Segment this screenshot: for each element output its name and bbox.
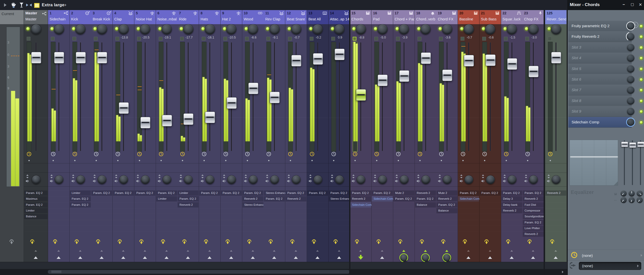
send-to-master-switch-icon[interactable] [139,239,144,246]
pan-knob[interactable] [118,24,129,35]
eq-slider-handle[interactable] [621,142,628,147]
peak-clip-indicator[interactable] [374,37,378,41]
route-up-icon[interactable] [488,256,492,259]
track-enable-led[interactable] [438,27,442,31]
effect-slot-cell[interactable]: Param. EQ 2 [243,190,263,196]
speaker-icon[interactable] [114,179,118,184]
effect-slot-cell[interactable]: Compressor [523,208,544,213]
mixer-track-14-header[interactable]: 14Attac..ap 14 [329,10,350,24]
effect-slot-cell[interactable]: Param. EQ 2 [264,196,285,201]
effect-slot-cell[interactable]: Sidechain Comp [458,196,479,201]
effect-slot-cell[interactable]: Reeverb 2 [286,196,306,201]
effect-slot-cell[interactable]: Param. EQ 2 [70,196,91,201]
plugin-delay-clock-icon[interactable] [525,151,531,157]
speaker-icon[interactable] [547,179,551,184]
route-up-small-icon[interactable] [467,250,470,252]
mixer-track-17-header[interactable]: 17Chord + Pad [393,10,415,24]
send-to-master-switch-icon[interactable] [268,239,273,246]
pan-knob[interactable] [485,24,495,35]
stereo-separation-knob[interactable] [486,175,495,184]
output-routing-icon[interactable] [570,262,577,270]
stereo-separation-knob[interactable] [32,175,41,184]
effect-slot-row-3[interactable]: Slot 3 [568,42,632,53]
eq-knob-2[interactable] [629,190,635,196]
effect-slot-cell[interactable]: Param. EQ 2 [113,190,134,196]
send-to-master-switch-icon[interactable] [96,239,101,246]
volume-fader-handle[interactable] [140,117,150,128]
effect-slot-cell[interactable]: Balance [24,214,48,219]
volume-fader-handle[interactable] [529,66,539,77]
peak-clip-indicator[interactable] [439,37,443,41]
effect-slot-cell[interactable]: Balance [436,208,457,213]
slot-mix-knob[interactable] [627,86,634,94]
stereo-separation-knob[interactable] [421,175,430,184]
pan-knob[interactable] [442,24,452,35]
plugin-delay-clock-icon[interactable] [439,151,444,157]
effect-slot-cell[interactable]: Sidechain Comp [372,196,393,201]
plugin-delay-clock-icon[interactable] [548,151,553,157]
route-up-icon[interactable] [510,256,514,259]
speaker-icon[interactable] [244,179,248,184]
volume-fader-handle[interactable] [248,83,258,94]
effect-slot-cell[interactable]: Param. EQ 2 [350,190,371,196]
route-up-small-icon[interactable] [338,250,340,252]
peak-clip-indicator[interactable] [223,37,227,41]
view-size-label[interactable]: Extra large [42,3,64,8]
send-to-master-switch-icon[interactable] [506,239,511,246]
speaker-icon[interactable] [287,179,291,184]
route-up-icon[interactable] [121,256,125,259]
effect-slot-row-2[interactable]: Fruity Reeverb 2 [568,31,632,42]
hand-tool-icon[interactable] [10,2,17,9]
effect-slot-cell[interactable]: Param. EQ 2 [286,190,306,196]
effect-slot-cell[interactable]: Stereo Enhancer [243,202,263,208]
stereo-separation-knob[interactable] [443,175,452,184]
effect-slot-cell[interactable]: Param. EQ 2 [135,190,155,196]
slot-mix-knob[interactable] [627,76,634,83]
route-up-icon[interactable] [380,256,384,259]
route-up-icon[interactable] [251,256,255,259]
pan-knob[interactable] [507,24,517,35]
effect-slot-cell[interactable]: Reeverb 2 [178,202,198,208]
track-enable-led[interactable] [201,27,205,31]
effect-slot-cell[interactable]: Param. EQ 2 [501,190,522,196]
effect-slot-cell[interactable]: Mute 2 [393,190,414,196]
mixer-track-1-header[interactable]: 1Sidechain [48,10,69,24]
route-up-small-icon[interactable] [381,250,383,252]
mixer-track-23-header[interactable]: 23Chop FX [522,10,544,24]
track-enable-led[interactable] [547,27,551,31]
volume-fader-handle[interactable] [421,52,431,64]
stereo-separation-knob[interactable] [335,175,344,184]
effect-slot-cell[interactable]: Delay 3 [501,196,522,201]
route-up-icon[interactable] [100,256,104,259]
stereo-separation-knob[interactable] [378,175,387,184]
plugin-delay-clock-icon[interactable] [374,151,380,157]
route-up-small-icon[interactable] [208,250,211,252]
pan-knob[interactable] [269,24,280,35]
route-up-small-icon[interactable] [295,250,297,252]
route-up-icon[interactable] [78,256,82,259]
effect-slot-cell[interactable]: Stereo Enhancer [264,190,285,196]
speaker-icon[interactable] [438,179,442,184]
slot-enable-led[interactable] [639,99,643,103]
speaker-icon[interactable] [481,179,485,184]
play-icon[interactable] [4,3,7,7]
stereo-separation-knob[interactable] [227,175,236,184]
route-up-icon[interactable] [229,256,233,259]
effect-slot-row-4[interactable]: Slot 4 [568,53,632,63]
peak-clip-indicator[interactable] [115,37,119,41]
effect-slot-cell[interactable]: Limiter [70,190,91,196]
peak-clip-indicator[interactable] [482,37,486,41]
stereo-separation-knob[interactable] [249,175,258,184]
volume-fader-handle[interactable] [183,113,193,125]
route-up-small-icon[interactable] [79,250,82,252]
plugin-delay-clock-icon[interactable] [417,151,423,157]
route-up-icon[interactable] [165,256,169,259]
plugin-delay-clock-icon[interactable] [115,151,121,157]
effect-slot-cell[interactable]: Mute 2 [436,190,457,196]
pan-knob[interactable] [420,24,431,35]
speaker-icon[interactable] [459,179,463,184]
send-to-master-switch-icon[interactable] [247,239,252,246]
pan-knob[interactable] [162,24,172,35]
speaker-icon[interactable] [373,179,377,184]
mixer-track-18-header[interactable]: 18Chord..verb [415,10,436,24]
